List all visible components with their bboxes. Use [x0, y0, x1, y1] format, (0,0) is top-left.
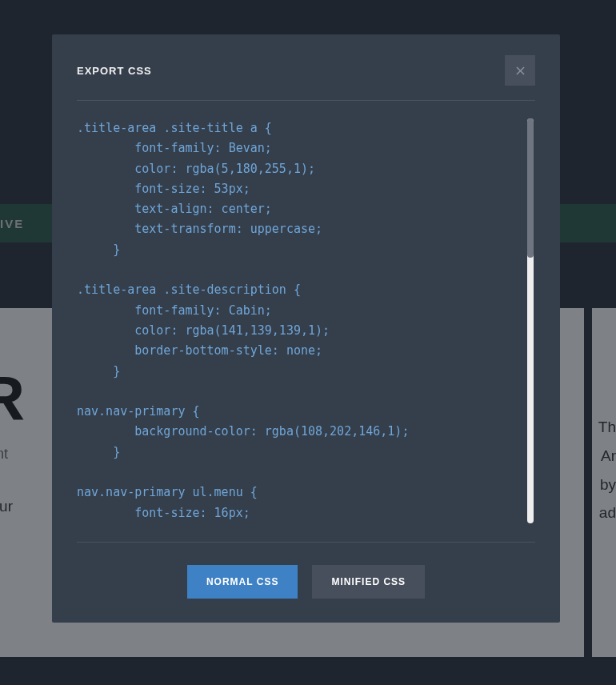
minified-css-button[interactable]: MINIFIED CSS: [312, 565, 425, 599]
scrollbar-thumb[interactable]: [527, 118, 534, 258]
close-button[interactable]: [505, 55, 535, 86]
modal-title: EXPORT CSS: [77, 65, 152, 77]
css-code-text: .title-area .site-title a { font-family:…: [77, 118, 535, 523]
modal-header: EXPORT CSS: [77, 55, 535, 86]
code-output-area[interactable]: .title-area .site-title a { font-family:…: [77, 118, 535, 532]
modal-footer: NORMAL CSS MINIFIED CSS: [77, 543, 535, 599]
normal-css-button[interactable]: NORMAL CSS: [187, 565, 298, 599]
close-icon: [516, 66, 525, 75]
export-css-modal: EXPORT CSS .title-area .site-title a { f…: [52, 34, 560, 623]
divider: [77, 100, 535, 101]
